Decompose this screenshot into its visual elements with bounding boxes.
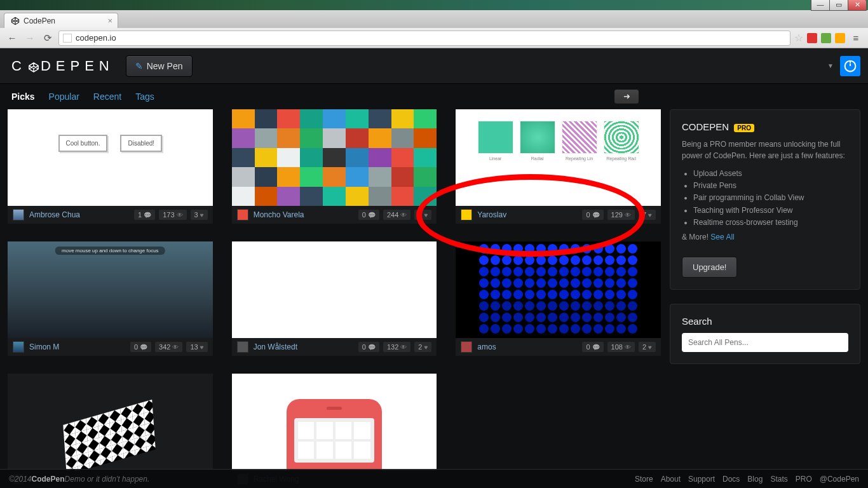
new-pen-label: New Pen (147, 61, 183, 71)
author-link[interactable]: Yaroslav (477, 210, 582, 219)
author-avatar[interactable] (237, 341, 248, 353)
heart-icon: ♥ (200, 212, 204, 219)
pen-preview: Cool button. Disabled! (8, 109, 213, 206)
stat-comments[interactable]: 0💬 (358, 342, 379, 352)
window-minimize-button[interactable]: — (811, 0, 830, 11)
pro-feature-item: Upload Assets (693, 168, 848, 180)
search-panel-title: Search (682, 316, 848, 327)
stat-comments[interactable]: 0💬 (130, 342, 151, 352)
author-link[interactable]: amos (477, 342, 582, 351)
pen-card[interactable]: amos 0💬 108👁 2♥ (456, 241, 661, 356)
user-menu-caret-icon[interactable]: ▼ (827, 62, 834, 69)
browser-menu-icon[interactable]: ≡ (849, 31, 863, 45)
footer-link[interactable]: @CodePen (820, 475, 859, 484)
author-avatar[interactable] (237, 209, 248, 220)
new-pen-button[interactable]: ✎ New Pen (126, 55, 193, 77)
back-button[interactable]: ← (5, 31, 19, 45)
pen-preview (456, 241, 661, 338)
extension-icon[interactable] (821, 33, 831, 43)
filter-nav: Picks Popular Recent Tags ➜ (0, 84, 868, 109)
stat-views[interactable]: 108👁 (607, 342, 635, 352)
url-text: codepen.io (76, 33, 116, 43)
author-link[interactable]: Simon M (29, 342, 130, 351)
author-avatar[interactable] (13, 209, 24, 220)
stat-views[interactable]: 342👁 (155, 342, 182, 352)
browser-tab-strip: CodePen × (0, 10, 868, 28)
footer-link[interactable]: Store (635, 475, 653, 484)
heart-icon: ♥ (648, 344, 652, 351)
pen-card[interactable]: move mouse up and down to change focus S… (8, 241, 213, 356)
next-page-button[interactable]: ➜ (614, 89, 639, 104)
author-avatar[interactable] (461, 341, 472, 353)
eye-icon: 👁 (172, 344, 179, 351)
eye-icon: 👁 (625, 212, 631, 219)
heart-icon: ♥ (200, 344, 204, 351)
extension-icon[interactable] (807, 33, 817, 43)
stat-likes[interactable]: 7♥ (639, 210, 656, 220)
extension-icon[interactable] (835, 33, 845, 43)
footer-copyright: ©2014 (9, 475, 32, 484)
comment-icon: 💬 (144, 212, 151, 219)
nav-recent[interactable]: Recent (93, 92, 121, 102)
pro-more-text: & More! (682, 233, 710, 241)
reload-button[interactable]: ⟳ (41, 31, 55, 45)
pen-grid: Cool button. Disabled! Ambrose Chua 1💬 1… (8, 109, 661, 488)
pro-feature-item: Realtime cross-browser testing (693, 217, 848, 229)
nav-tags[interactable]: Tags (135, 92, 154, 102)
pen-preview (8, 374, 213, 470)
stat-comments[interactable]: 1💬 (134, 210, 155, 220)
pen-card[interactable]: Cool button. Disabled! Ambrose Chua 1💬 1… (8, 109, 213, 224)
stat-comments[interactable]: 0💬 (358, 210, 379, 220)
app-header: C DEPEN ✎ New Pen ▼ (0, 48, 868, 84)
search-input[interactable] (682, 333, 848, 352)
pro-feature-item: Teaching with Professor View (693, 205, 848, 217)
user-avatar[interactable] (840, 56, 860, 76)
stat-likes[interactable]: 13♥ (186, 342, 207, 352)
footer-link[interactable]: Stats (770, 475, 787, 484)
footer-link[interactable]: PRO (796, 475, 812, 484)
author-link[interactable]: Moncho Varela (254, 210, 358, 219)
pen-preview (232, 109, 437, 206)
stat-likes[interactable]: 3♥ (191, 210, 208, 220)
stat-comments[interactable]: 0💬 (582, 210, 603, 220)
pen-card[interactable]: Linear Radial Repeating Lin Repeating Ra… (456, 109, 661, 224)
author-link[interactable]: Ambrose Chua (29, 210, 134, 219)
footer-link[interactable]: About (661, 475, 681, 484)
tab-close-icon[interactable]: × (107, 16, 112, 25)
see-all-link[interactable]: See All (710, 233, 734, 241)
address-bar[interactable]: codepen.io (58, 30, 790, 46)
footer-tagline: Demo or it didn't happen. (65, 475, 150, 484)
browser-toolbar: ← → ⟳ codepen.io ☆ ≡ (0, 28, 868, 48)
pen-card[interactable]: Moncho Varela 0💬 244👁 4♥ (232, 109, 437, 224)
window-maximize-button[interactable]: ▭ (829, 0, 848, 11)
eye-icon: 👁 (400, 344, 407, 351)
stat-likes[interactable]: 2♥ (639, 342, 656, 352)
stat-views[interactable]: 244👁 (383, 210, 410, 220)
stat-comments[interactable]: 0💬 (582, 342, 603, 352)
author-avatar[interactable] (13, 341, 24, 353)
browser-tab[interactable]: CodePen × (4, 13, 118, 28)
swatch-label: Linear (478, 156, 513, 161)
nav-popular[interactable]: Popular (49, 92, 79, 102)
stat-likes[interactable]: 2♥ (414, 342, 431, 352)
footer-link[interactable]: Blog (747, 475, 763, 484)
comment-icon: 💬 (592, 344, 600, 351)
page-icon (63, 34, 72, 43)
stat-views[interactable]: 132👁 (383, 342, 410, 352)
pro-feature-item: Private Pens (693, 180, 848, 192)
author-avatar[interactable] (461, 209, 472, 220)
window-close-button[interactable]: ✕ (848, 0, 867, 11)
footer-link[interactable]: Docs (722, 475, 740, 484)
heart-icon: ♥ (648, 212, 652, 219)
author-link[interactable]: Jon Wålstedt (254, 342, 358, 351)
nav-picks[interactable]: Picks (11, 92, 35, 102)
stat-views[interactable]: 129👁 (607, 210, 635, 220)
footer-link[interactable]: Support (688, 475, 715, 484)
codepen-logo[interactable]: C DEPEN (11, 58, 114, 74)
stat-likes[interactable]: 4♥ (414, 210, 431, 220)
stat-views[interactable]: 173👁 (159, 210, 186, 220)
pen-card[interactable]: Jon Wålstedt 0💬 132👁 2♥ (232, 241, 437, 356)
bookmark-star-icon[interactable]: ☆ (794, 32, 803, 44)
forward-button[interactable]: → (23, 31, 37, 45)
upgrade-button[interactable]: Upgrade! (682, 257, 737, 278)
